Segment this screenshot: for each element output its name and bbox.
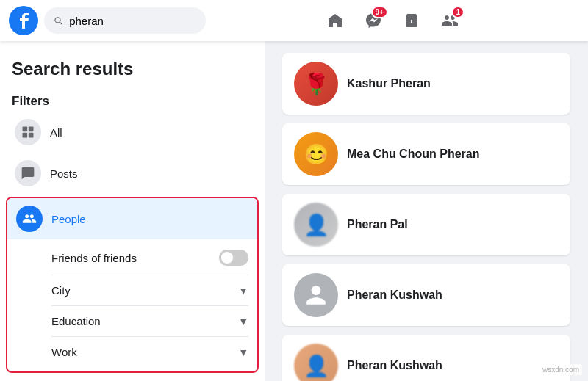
svg-rect-2 [29, 127, 34, 132]
messenger-badge: 9+ [371, 6, 388, 18]
avatar [294, 273, 338, 317]
filter-posts[interactable]: Posts [6, 153, 259, 194]
filter-posts-label: Posts [50, 167, 78, 180]
avatar: 🌹 [294, 62, 338, 106]
filter-people-icon [16, 206, 43, 232]
divider-2 [51, 305, 248, 306]
result-card[interactable]: 😊 Mea Chu Choun Pheran [282, 123, 570, 185]
svg-rect-1 [23, 127, 28, 132]
svg-rect-4 [29, 133, 34, 138]
nav-center: 9+ 1 [206, 3, 579, 38]
result-card[interactable]: Pheran Kushwah [282, 264, 570, 326]
work-label: Work [51, 346, 77, 358]
filter-posts-icon [15, 160, 41, 186]
people-subfilters: Friends of friends City ▼ Education ▼ [7, 239, 257, 371]
friends-badge: 1 [451, 6, 465, 18]
result-card[interactable]: 🌹 Kashur Pheran [282, 53, 570, 115]
main-layout: Search results Filters All Posts People [0, 41, 588, 381]
watermark: wsxdn.com [539, 364, 582, 375]
divider-3 [51, 336, 248, 337]
result-card[interactable]: 👤 Pheran Pal [282, 194, 570, 255]
filters-label: Filters [6, 88, 259, 112]
sidebar-title: Search results [6, 53, 259, 88]
result-name: Mea Chu Choun Pheran [347, 148, 479, 161]
svg-rect-3 [23, 133, 28, 138]
work-dropdown-icon: ▼ [238, 346, 248, 358]
friends-of-friends-toggle[interactable] [219, 250, 248, 266]
search-icon [53, 15, 63, 26]
filter-people[interactable]: People [7, 198, 257, 239]
avatar: 😊 [294, 132, 338, 176]
divider-1 [51, 275, 248, 275]
result-name: Pheran Pal [347, 218, 408, 231]
subfilter-friends-of-friends: Friends of friends [51, 242, 248, 273]
subfilter-city[interactable]: City ▼ [51, 277, 248, 304]
nav-left [9, 6, 206, 35]
avatar: 👤 [294, 344, 338, 381]
friends-of-friends-label: Friends of friends [51, 252, 137, 264]
result-name: Pheran Kushwah [347, 289, 442, 302]
home-button[interactable] [318, 3, 353, 38]
marketplace-button[interactable] [394, 3, 429, 38]
filter-all-label: All [50, 126, 62, 139]
filter-all[interactable]: All [6, 112, 259, 153]
friends-button[interactable]: 1 [432, 3, 467, 38]
result-card[interactable]: 👤 Pheran Kushwah [282, 335, 570, 381]
result-name: Kashur Pheran [347, 77, 431, 90]
filter-people-section: People Friends of friends City ▼ Educati… [6, 197, 259, 373]
messenger-button[interactable]: 9+ [356, 3, 391, 38]
facebook-logo-icon[interactable] [9, 6, 38, 35]
city-dropdown-icon: ▼ [238, 285, 248, 297]
subfilter-education[interactable]: Education ▼ [51, 308, 248, 335]
filter-people-label: People [51, 213, 86, 225]
education-label: Education [51, 315, 101, 327]
results-grid: 🌹 Kashur Pheran 😊 Mea Chu Choun Pheran 👤… [282, 53, 570, 381]
search-box[interactable] [44, 7, 206, 34]
city-label: City [51, 284, 71, 297]
filter-all-icon [15, 119, 41, 145]
sidebar: Search results Filters All Posts People [0, 41, 265, 381]
subfilter-work[interactable]: Work ▼ [51, 338, 248, 366]
result-name: Pheran Kushwah [347, 359, 442, 372]
search-input[interactable] [69, 15, 197, 27]
education-dropdown-icon: ▼ [238, 316, 248, 327]
top-navigation: 9+ 1 [0, 0, 588, 41]
avatar: 👤 [294, 203, 338, 247]
main-content: 🌹 Kashur Pheran 😊 Mea Chu Choun Pheran 👤… [265, 41, 588, 381]
filter-photos[interactable]: Photos [6, 376, 259, 381]
